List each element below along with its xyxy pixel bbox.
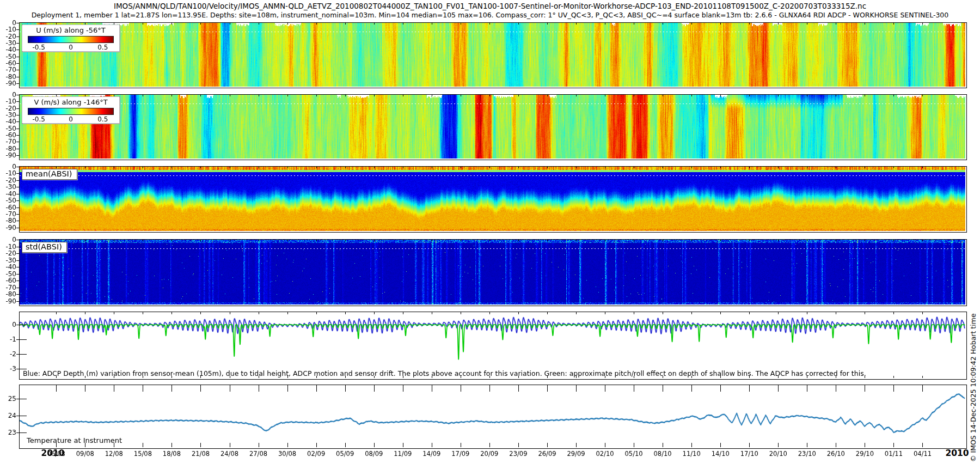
y-tick-mark	[16, 121, 19, 122]
v-colorbar-gradient	[28, 108, 114, 115]
v-velocity-heatmap	[20, 95, 965, 159]
y-tick-mark	[16, 432, 19, 433]
y-tick-mark	[16, 267, 19, 267]
y-tick-label: 0	[0, 321, 16, 328]
y-tick-label: -2	[0, 350, 16, 358]
y-tick-mark	[16, 77, 19, 77]
y-tick-mark	[16, 416, 19, 416]
y-tick-label: -90	[0, 297, 16, 305]
x-date-tick-label: 11/09	[394, 450, 412, 458]
u-velocity-heatmap	[20, 23, 965, 87]
u-colorbar-tick-label: 0.5	[97, 44, 108, 51]
y-tick-mark	[16, 83, 19, 84]
y-tick-mark	[16, 115, 19, 115]
y-tick-mark	[16, 369, 19, 369]
y-tick-mark	[16, 325, 19, 325]
x-date-tick-label: 14/09	[422, 450, 440, 458]
x-date-tick-label: 26/09	[538, 450, 556, 458]
y-tick-mark	[16, 354, 19, 355]
x-date-tick-label: 30/08	[278, 450, 296, 458]
u-colorbar-legend: U (m/s) along -56°T -0.5 0 0.5	[22, 25, 120, 52]
mean-absi-label: mean(ABSI)	[22, 169, 77, 180]
x-date-tick-label: 29/10	[856, 450, 874, 458]
x-date-tick-label: 15/08	[134, 450, 152, 458]
std-absi-heatmap	[20, 240, 965, 304]
y-tick-label: -90	[0, 80, 16, 87]
temperature-label: Temperature at Instrument	[27, 436, 122, 444]
y-tick-mark	[16, 23, 19, 23]
y-tick-label: -90	[0, 151, 16, 159]
y-tick-mark	[16, 214, 19, 215]
y-tick-mark	[16, 57, 19, 57]
y-tick-mark	[16, 167, 19, 167]
y-tick-mark	[16, 43, 19, 44]
v-colorbar-tick-label: 0	[69, 115, 73, 123]
y-tick-mark	[16, 70, 19, 70]
v-legend-title: V (m/s) along -146°T	[24, 98, 117, 108]
y-tick-mark	[16, 142, 19, 142]
depth-variation-plot	[20, 312, 965, 378]
y-tick-mark	[16, 228, 19, 228]
x-date-tick-label: 14/10	[712, 450, 730, 458]
copyright-vertical-text: © IMOS 14-Dec-2025 10:09:42 Hobart time	[969, 313, 977, 462]
std-absi-label: std(ABSI)	[22, 242, 67, 253]
temperature-plot	[20, 385, 965, 447]
figure-title-filename: IMOS/ANMN/QLD/TAN100/Velocity/IMOS_ANMN-…	[0, 2, 980, 10]
y-tick-mark	[16, 301, 19, 302]
x-date-tick-label: 21/08	[192, 450, 210, 458]
panel-u-velocity-heatmap: U (m/s) along -56°T -0.5 0 0.5	[19, 22, 967, 88]
y-tick-mark	[16, 281, 19, 281]
x-date-tick-label: 04/11	[914, 450, 932, 458]
y-tick-label: 25	[0, 395, 16, 403]
x-date-tick-label: 05/09	[336, 450, 354, 458]
y-tick-mark	[16, 135, 19, 136]
x-date-tick-label: 26/10	[827, 450, 845, 458]
y-tick-mark	[16, 194, 19, 194]
x-date-tick-label: 02/10	[596, 450, 614, 458]
y-tick-mark	[16, 339, 19, 340]
x-date-tick-label: 08/10	[654, 450, 672, 458]
y-tick-mark	[16, 294, 19, 295]
u-colorbar-gradient	[28, 36, 114, 43]
y-tick-mark	[16, 149, 19, 149]
y-tick-mark	[16, 240, 19, 240]
y-tick-mark	[16, 399, 19, 399]
figure-subtitle-metadata: Deployment 1, member 1 lat=21.87S lon=11…	[0, 11, 980, 19]
panel-std-absi-heatmap: std(ABSI)	[19, 239, 967, 306]
y-tick-label: 24	[0, 412, 16, 419]
panel-mean-absi-heatmap: mean(ABSI)	[19, 166, 967, 233]
y-tick-mark	[16, 101, 19, 102]
y-tick-mark	[16, 129, 19, 129]
y-tick-mark	[16, 187, 19, 187]
y-tick-mark	[16, 29, 19, 30]
x-date-tick-label: 23/10	[798, 450, 816, 458]
x-date-tick-label: 02/09	[307, 450, 325, 458]
y-tick-mark	[16, 180, 19, 181]
y-tick-mark	[16, 260, 19, 261]
mean-absi-heatmap	[20, 167, 965, 231]
y-tick-mark	[16, 63, 19, 64]
x-date-tick-label: 18/08	[163, 450, 181, 458]
x-date-tick-label: 27/08	[249, 450, 267, 458]
u-legend-title: U (m/s) along -56°T	[24, 26, 117, 36]
x-date-tick-label: 20/09	[480, 450, 498, 458]
panel-v-velocity-heatmap: V (m/s) along -146°T -0.5 0 0.5	[19, 94, 967, 160]
x-date-tick-label: 01/11	[885, 450, 903, 458]
y-tick-mark	[16, 36, 19, 37]
y-tick-mark	[16, 247, 19, 247]
u-colorbar-tick-label: 0	[69, 44, 73, 51]
y-tick-mark	[16, 288, 19, 288]
x-date-tick-label: 11/10	[683, 450, 701, 458]
y-tick-label: 23	[0, 429, 16, 436]
x-date-tick-label: 05/10	[625, 450, 643, 458]
y-tick-mark	[16, 50, 19, 50]
y-tick-mark	[16, 200, 19, 201]
x-date-tick-label: 20/10	[769, 450, 787, 458]
v-colorbar-tick-label: 0.5	[97, 115, 108, 123]
x-date-tick-label: 17/10	[740, 450, 758, 458]
x-date-tick-label: 06/08	[47, 450, 65, 458]
y-tick-mark	[16, 95, 19, 95]
x-date-tick-label: 23/09	[509, 450, 527, 458]
y-tick-mark	[16, 274, 19, 275]
y-tick-mark	[16, 108, 19, 109]
